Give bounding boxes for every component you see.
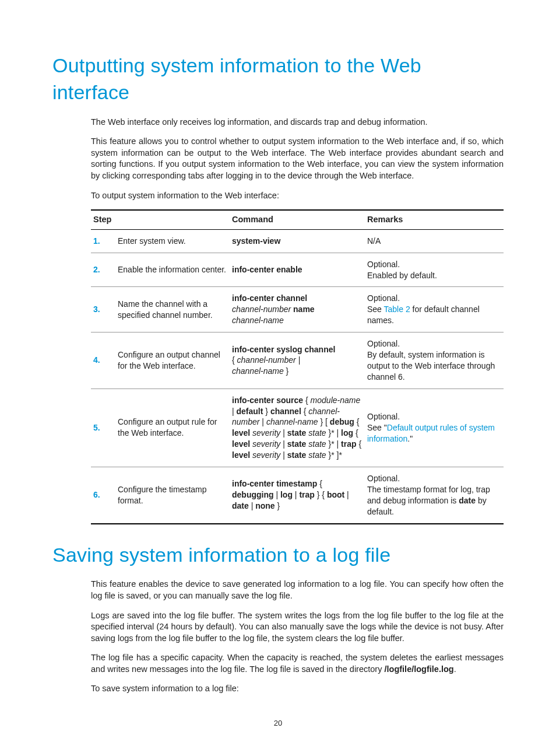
step-desc: Configure an output rule for the Web int… <box>115 388 230 467</box>
step-remarks: Optional. By default, system information… <box>365 332 504 389</box>
step-desc: Enable the information center. <box>115 253 230 287</box>
table-row: 1. Enter system view. system-view N/A <box>91 229 504 253</box>
step-remarks: Optional. Enabled by default. <box>365 253 504 287</box>
table-row: 5. Configure an output rule for the Web … <box>91 388 504 467</box>
step-number: 1. <box>91 229 115 253</box>
procedure-table: Step Command Remarks 1. Enter system vie… <box>91 209 504 524</box>
section-heading-saving: Saving system information to a log file <box>52 542 504 569</box>
table-row: 4. Configure an output channel for the W… <box>91 332 504 389</box>
step-remarks: Optional. The timestamp format for log, … <box>365 467 504 523</box>
paragraph: Logs are saved into the log file buffer.… <box>91 610 504 645</box>
step-desc: Enter system view. <box>115 229 230 253</box>
table-row: 3. Name the channel with a specified cha… <box>91 287 504 332</box>
step-number: 4. <box>91 332 115 389</box>
step-remarks: Optional. See "Default output rules of s… <box>365 388 504 467</box>
link-table2[interactable]: Table 2 <box>384 304 410 314</box>
step-command: info-center enable <box>230 253 365 287</box>
paragraph: To output system information to the Web … <box>91 190 504 202</box>
paragraph: The log file has a specific capacity. Wh… <box>91 652 504 675</box>
table-row: 2. Enable the information center. info-c… <box>91 253 504 287</box>
step-remarks: N/A <box>365 229 504 253</box>
step-remarks: Optional. See Table 2 for default channe… <box>365 287 504 332</box>
step-command: system-view <box>230 229 365 253</box>
step-command: info-center source { module-name | defau… <box>230 388 365 467</box>
paragraph: The Web interface only receives log info… <box>91 117 504 128</box>
th-remarks: Remarks <box>365 210 504 229</box>
step-number: 6. <box>91 467 115 523</box>
section-heading-outputting: Outputting system information to the Web… <box>52 52 504 106</box>
step-command: info-center timestamp { debugging | log … <box>230 467 365 523</box>
th-step: Step <box>91 210 230 229</box>
step-desc: Name the channel with a specified channe… <box>115 287 230 332</box>
paragraph: This feature allows you to control wheth… <box>91 136 504 181</box>
step-number: 3. <box>91 287 115 332</box>
page-number: 20 <box>52 718 504 729</box>
step-number: 5. <box>91 388 115 467</box>
th-command: Command <box>230 210 365 229</box>
paragraph: To save system information to a log file… <box>91 683 504 695</box>
step-desc: Configure the timestamp format. <box>115 467 230 523</box>
step-command: info-center syslog channel { channel-num… <box>230 332 365 389</box>
link-default-rules[interactable]: Default output rules of system informati… <box>367 423 495 443</box>
step-desc: Configure an output channel for the Web … <box>115 332 230 389</box>
paragraph: This feature enables the device to save … <box>91 579 504 601</box>
step-number: 2. <box>91 253 115 287</box>
table-row: 6. Configure the timestamp format. info-… <box>91 467 504 523</box>
step-command: info-center channel channel-number name … <box>230 287 365 332</box>
